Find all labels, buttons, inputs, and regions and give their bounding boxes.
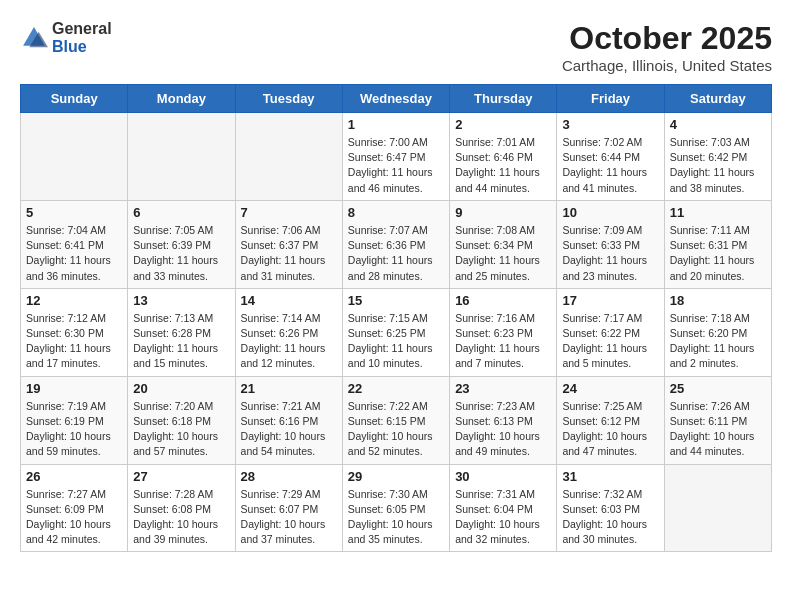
day-info: Sunrise: 7:12 AM Sunset: 6:30 PM Dayligh…: [26, 311, 122, 372]
day-number: 4: [670, 117, 766, 132]
calendar-cell: 4Sunrise: 7:03 AM Sunset: 6:42 PM Daylig…: [664, 113, 771, 201]
day-info: Sunrise: 7:28 AM Sunset: 6:08 PM Dayligh…: [133, 487, 229, 548]
calendar-cell: 6Sunrise: 7:05 AM Sunset: 6:39 PM Daylig…: [128, 200, 235, 288]
calendar-cell: [664, 464, 771, 552]
calendar-cell: 30Sunrise: 7:31 AM Sunset: 6:04 PM Dayli…: [450, 464, 557, 552]
day-info: Sunrise: 7:13 AM Sunset: 6:28 PM Dayligh…: [133, 311, 229, 372]
day-info: Sunrise: 7:04 AM Sunset: 6:41 PM Dayligh…: [26, 223, 122, 284]
day-number: 2: [455, 117, 551, 132]
day-number: 15: [348, 293, 444, 308]
calendar-cell: 23Sunrise: 7:23 AM Sunset: 6:13 PM Dayli…: [450, 376, 557, 464]
day-info: Sunrise: 7:05 AM Sunset: 6:39 PM Dayligh…: [133, 223, 229, 284]
day-info: Sunrise: 7:26 AM Sunset: 6:11 PM Dayligh…: [670, 399, 766, 460]
calendar-cell: [21, 113, 128, 201]
day-number: 12: [26, 293, 122, 308]
calendar-cell: 26Sunrise: 7:27 AM Sunset: 6:09 PM Dayli…: [21, 464, 128, 552]
day-number: 13: [133, 293, 229, 308]
calendar-cell: 13Sunrise: 7:13 AM Sunset: 6:28 PM Dayli…: [128, 288, 235, 376]
day-number: 20: [133, 381, 229, 396]
calendar-cell: 14Sunrise: 7:14 AM Sunset: 6:26 PM Dayli…: [235, 288, 342, 376]
day-info: Sunrise: 7:31 AM Sunset: 6:04 PM Dayligh…: [455, 487, 551, 548]
calendar-cell: 1Sunrise: 7:00 AM Sunset: 6:47 PM Daylig…: [342, 113, 449, 201]
logo-general-text: General: [52, 20, 112, 38]
page-header: General Blue October 2025 Carthage, Illi…: [20, 20, 772, 74]
day-number: 28: [241, 469, 337, 484]
calendar-cell: 12Sunrise: 7:12 AM Sunset: 6:30 PM Dayli…: [21, 288, 128, 376]
day-number: 25: [670, 381, 766, 396]
day-info: Sunrise: 7:08 AM Sunset: 6:34 PM Dayligh…: [455, 223, 551, 284]
calendar-cell: 24Sunrise: 7:25 AM Sunset: 6:12 PM Dayli…: [557, 376, 664, 464]
day-info: Sunrise: 7:25 AM Sunset: 6:12 PM Dayligh…: [562, 399, 658, 460]
day-number: 16: [455, 293, 551, 308]
week-row-4: 19Sunrise: 7:19 AM Sunset: 6:19 PM Dayli…: [21, 376, 772, 464]
day-number: 27: [133, 469, 229, 484]
calendar-cell: 3Sunrise: 7:02 AM Sunset: 6:44 PM Daylig…: [557, 113, 664, 201]
day-info: Sunrise: 7:06 AM Sunset: 6:37 PM Dayligh…: [241, 223, 337, 284]
week-row-3: 12Sunrise: 7:12 AM Sunset: 6:30 PM Dayli…: [21, 288, 772, 376]
day-number: 14: [241, 293, 337, 308]
calendar-cell: 31Sunrise: 7:32 AM Sunset: 6:03 PM Dayli…: [557, 464, 664, 552]
day-number: 8: [348, 205, 444, 220]
day-info: Sunrise: 7:01 AM Sunset: 6:46 PM Dayligh…: [455, 135, 551, 196]
weekday-header-saturday: Saturday: [664, 85, 771, 113]
day-number: 21: [241, 381, 337, 396]
day-info: Sunrise: 7:19 AM Sunset: 6:19 PM Dayligh…: [26, 399, 122, 460]
weekday-header-friday: Friday: [557, 85, 664, 113]
day-number: 17: [562, 293, 658, 308]
day-number: 7: [241, 205, 337, 220]
weekday-header-monday: Monday: [128, 85, 235, 113]
calendar-cell: 20Sunrise: 7:20 AM Sunset: 6:18 PM Dayli…: [128, 376, 235, 464]
title-block: October 2025 Carthage, Illinois, United …: [562, 20, 772, 74]
weekday-header-row: SundayMondayTuesdayWednesdayThursdayFrid…: [21, 85, 772, 113]
calendar-cell: 11Sunrise: 7:11 AM Sunset: 6:31 PM Dayli…: [664, 200, 771, 288]
day-info: Sunrise: 7:32 AM Sunset: 6:03 PM Dayligh…: [562, 487, 658, 548]
day-info: Sunrise: 7:18 AM Sunset: 6:20 PM Dayligh…: [670, 311, 766, 372]
day-info: Sunrise: 7:20 AM Sunset: 6:18 PM Dayligh…: [133, 399, 229, 460]
day-number: 22: [348, 381, 444, 396]
calendar-cell: 22Sunrise: 7:22 AM Sunset: 6:15 PM Dayli…: [342, 376, 449, 464]
calendar-cell: 5Sunrise: 7:04 AM Sunset: 6:41 PM Daylig…: [21, 200, 128, 288]
day-info: Sunrise: 7:16 AM Sunset: 6:23 PM Dayligh…: [455, 311, 551, 372]
day-number: 31: [562, 469, 658, 484]
day-info: Sunrise: 7:03 AM Sunset: 6:42 PM Dayligh…: [670, 135, 766, 196]
logo-blue-text: Blue: [52, 38, 112, 56]
day-info: Sunrise: 7:00 AM Sunset: 6:47 PM Dayligh…: [348, 135, 444, 196]
day-number: 19: [26, 381, 122, 396]
calendar-cell: 19Sunrise: 7:19 AM Sunset: 6:19 PM Dayli…: [21, 376, 128, 464]
calendar-cell: 2Sunrise: 7:01 AM Sunset: 6:46 PM Daylig…: [450, 113, 557, 201]
day-info: Sunrise: 7:02 AM Sunset: 6:44 PM Dayligh…: [562, 135, 658, 196]
day-number: 29: [348, 469, 444, 484]
day-info: Sunrise: 7:07 AM Sunset: 6:36 PM Dayligh…: [348, 223, 444, 284]
logo-icon: [20, 24, 48, 52]
weekday-header-thursday: Thursday: [450, 85, 557, 113]
day-info: Sunrise: 7:23 AM Sunset: 6:13 PM Dayligh…: [455, 399, 551, 460]
day-number: 11: [670, 205, 766, 220]
calendar-cell: [128, 113, 235, 201]
weekday-header-wednesday: Wednesday: [342, 85, 449, 113]
day-info: Sunrise: 7:30 AM Sunset: 6:05 PM Dayligh…: [348, 487, 444, 548]
day-number: 24: [562, 381, 658, 396]
day-info: Sunrise: 7:15 AM Sunset: 6:25 PM Dayligh…: [348, 311, 444, 372]
week-row-5: 26Sunrise: 7:27 AM Sunset: 6:09 PM Dayli…: [21, 464, 772, 552]
day-info: Sunrise: 7:11 AM Sunset: 6:31 PM Dayligh…: [670, 223, 766, 284]
logo: General Blue: [20, 20, 112, 55]
day-number: 30: [455, 469, 551, 484]
calendar-cell: 15Sunrise: 7:15 AM Sunset: 6:25 PM Dayli…: [342, 288, 449, 376]
calendar-cell: 7Sunrise: 7:06 AM Sunset: 6:37 PM Daylig…: [235, 200, 342, 288]
day-number: 9: [455, 205, 551, 220]
day-number: 1: [348, 117, 444, 132]
day-number: 10: [562, 205, 658, 220]
calendar-cell: 17Sunrise: 7:17 AM Sunset: 6:22 PM Dayli…: [557, 288, 664, 376]
calendar-cell: 25Sunrise: 7:26 AM Sunset: 6:11 PM Dayli…: [664, 376, 771, 464]
day-info: Sunrise: 7:09 AM Sunset: 6:33 PM Dayligh…: [562, 223, 658, 284]
day-number: 6: [133, 205, 229, 220]
calendar-cell: 27Sunrise: 7:28 AM Sunset: 6:08 PM Dayli…: [128, 464, 235, 552]
calendar-cell: 10Sunrise: 7:09 AM Sunset: 6:33 PM Dayli…: [557, 200, 664, 288]
month-title: October 2025: [562, 20, 772, 57]
weekday-header-tuesday: Tuesday: [235, 85, 342, 113]
day-info: Sunrise: 7:29 AM Sunset: 6:07 PM Dayligh…: [241, 487, 337, 548]
day-info: Sunrise: 7:22 AM Sunset: 6:15 PM Dayligh…: [348, 399, 444, 460]
day-number: 18: [670, 293, 766, 308]
week-row-2: 5Sunrise: 7:04 AM Sunset: 6:41 PM Daylig…: [21, 200, 772, 288]
day-info: Sunrise: 7:27 AM Sunset: 6:09 PM Dayligh…: [26, 487, 122, 548]
